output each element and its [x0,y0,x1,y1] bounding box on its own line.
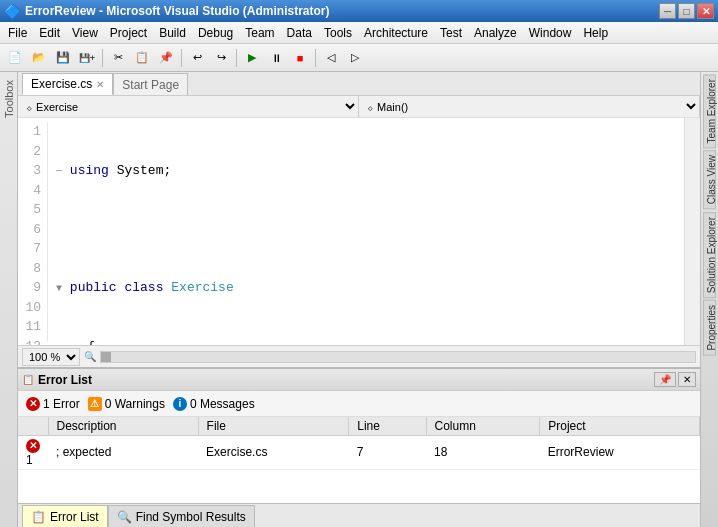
col-column[interactable]: Column [426,417,540,436]
tab-start-page[interactable]: Start Page [113,73,188,95]
panel-tab-find-symbol[interactable]: 🔍 Find Symbol Results [108,505,255,527]
code-line-empty1 [56,220,676,240]
menu-project[interactable]: Project [104,24,153,42]
filter-errors[interactable]: ✕ 1 Error [26,397,80,411]
menu-build[interactable]: Build [153,24,192,42]
code-line-brace1: { [56,337,676,346]
menu-help[interactable]: Help [577,24,614,42]
sidebar-properties[interactable]: Properties [703,300,716,356]
error-table[interactable]: Description File Line Column Project ✕ 1… [18,417,700,503]
menu-view[interactable]: View [66,24,104,42]
sidebar-solution-explorer[interactable]: Solution Explorer [703,212,716,298]
toolbox-label: Toolbox [3,80,15,118]
menu-bar: File Edit View Project Build Debug Team … [0,22,718,44]
zoom-icon: 🔍 [84,351,96,362]
error-panel-icon: 📋 [22,374,34,385]
app-icon: 🔷 [4,3,21,19]
filter-warnings[interactable]: ⚠ 0 Warnings [88,397,165,411]
toolbar-sep-4 [315,49,316,67]
toolbar-sep-2 [181,49,182,67]
class-dropdown[interactable]: ⬦ Exercise [18,96,359,117]
code-line-collapse: ─ using System; [56,161,676,181]
panel-close-button[interactable]: ✕ [678,372,696,387]
redo-button[interactable]: ↪ [210,47,232,69]
error-list-label: Error List [50,510,99,524]
panel-tab-error-list[interactable]: 📋 Error List [22,505,108,527]
col-description[interactable]: Description [48,417,198,436]
toolbox: Toolbox [0,72,18,527]
code-content[interactable]: ─ using System; ▼ public class Exercise … [48,122,684,341]
sidebar-class-view[interactable]: Class View [703,150,716,209]
table-row[interactable]: ✕ 1 ; expected Exercise.cs 7 18 ErrorRev… [18,436,700,470]
menu-edit[interactable]: Edit [33,24,66,42]
toolbar-sep-3 [236,49,237,67]
title-text: ErrorReview - Microsoft Visual Studio (A… [25,4,330,18]
menu-file[interactable]: File [2,24,33,42]
open-button[interactable]: 📂 [28,47,50,69]
error-panel-title: Error List [38,373,92,387]
error-icon: ✕ [26,397,40,411]
title-bar-left: 🔷 ErrorReview - Microsoft Visual Studio … [4,3,330,19]
dropdown-bar: ⬦ Exercise ⬦ Main() [18,96,700,118]
col-project[interactable]: Project [540,417,700,436]
menu-test[interactable]: Test [434,24,468,42]
start-button[interactable]: ▶ [241,47,263,69]
toolbar-sep-1 [102,49,103,67]
menu-debug[interactable]: Debug [192,24,239,42]
editor-footer: 100 % 🔍 [18,345,700,367]
menu-tools[interactable]: Tools [318,24,358,42]
tab-close-exercise[interactable]: ✕ [96,79,104,90]
save-button[interactable]: 💾 [52,47,74,69]
toolbar: 📄 📂 💾 💾+ ✂ 📋 📌 ↩ ↪ ▶ ⏸ ■ ◁ ▷ [0,44,718,72]
save-all-button[interactable]: 💾+ [76,47,98,69]
warning-count: 0 Warnings [105,397,165,411]
minimize-button[interactable]: ─ [659,3,676,19]
menu-architecture[interactable]: Architecture [358,24,434,42]
col-line[interactable]: Line [349,417,426,436]
menu-window[interactable]: Window [523,24,578,42]
undo-button[interactable]: ↩ [186,47,208,69]
paste-button[interactable]: 📌 [155,47,177,69]
tab-start-label: Start Page [122,78,179,92]
title-bar-controls[interactable]: ─ □ ✕ [659,3,714,19]
panel-pin-button[interactable]: 📌 [654,372,676,387]
close-button[interactable]: ✕ [697,3,714,19]
error-filters: ✕ 1 Error ⚠ 0 Warnings i 0 Messages [18,391,700,417]
nav-back-button[interactable]: ◁ [320,47,342,69]
tab-bar: Exercise.cs ✕ Start Page [18,72,700,96]
zoom-select[interactable]: 100 % [22,348,80,366]
pause-button[interactable]: ⏸ [265,47,287,69]
menu-analyze[interactable]: Analyze [468,24,523,42]
tab-exercise-cs[interactable]: Exercise.cs ✕ [22,73,113,95]
find-symbol-label: Find Symbol Results [136,510,246,524]
method-dropdown[interactable]: ⬦ Main() [359,96,700,117]
copy-button[interactable]: 📋 [131,47,153,69]
error-panel-controls[interactable]: 📌 ✕ [654,372,696,387]
sidebar-team-explorer[interactable]: Team Explorer [703,74,716,148]
code-editor[interactable]: 12345678910111213 ─ using System; ▼ publ… [18,118,684,345]
editor-container: Exercise.cs ✕ Start Page ⬦ Exercise ⬦ Ma… [18,72,700,367]
filter-messages[interactable]: i 0 Messages [173,397,255,411]
line-numbers: 12345678910111213 [18,122,48,341]
editor-scroll: 12345678910111213 ─ using System; ▼ publ… [18,118,700,345]
error-tbody: ✕ 1 ; expected Exercise.cs 7 18 ErrorRev… [18,436,700,470]
cell-file: Exercise.cs [198,436,349,470]
right-sidebar: Team Explorer Class View Solution Explor… [700,72,718,527]
cell-column: 18 [426,436,540,470]
nav-fwd-button[interactable]: ▷ [344,47,366,69]
menu-data[interactable]: Data [281,24,318,42]
cut-button[interactable]: ✂ [107,47,129,69]
right-scrollbar[interactable] [684,118,700,345]
new-project-button[interactable]: 📄 [4,47,26,69]
col-num [18,417,48,436]
col-file[interactable]: File [198,417,349,436]
warning-icon: ⚠ [88,397,102,411]
stop-button[interactable]: ■ [289,47,311,69]
menu-team[interactable]: Team [239,24,280,42]
cell-num: ✕ 1 [18,436,48,470]
message-count: 0 Messages [190,397,255,411]
error-count: 1 Error [43,397,80,411]
cell-project: ErrorReview [540,436,700,470]
error-results-table: Description File Line Column Project ✕ 1… [18,417,700,470]
maximize-button[interactable]: □ [678,3,695,19]
